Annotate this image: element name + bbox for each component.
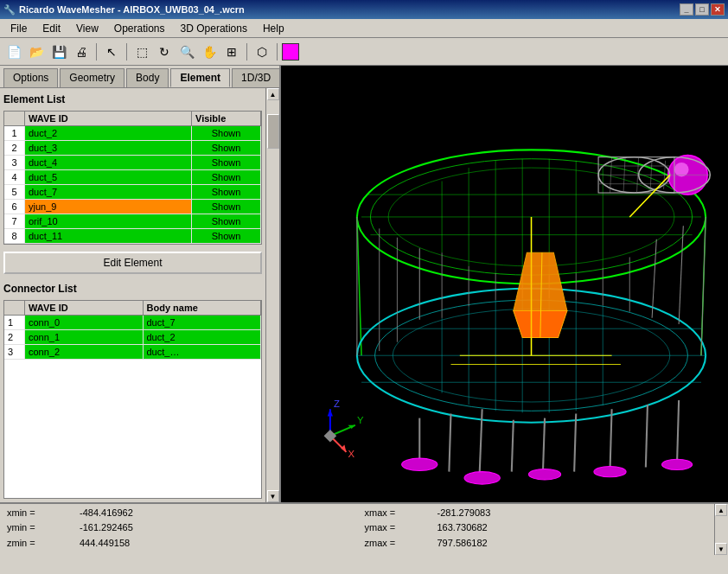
toolbar-rotate[interactable]: ↻ <box>154 41 175 62</box>
svg-point-59 <box>674 163 689 177</box>
status-zmin-value: 444.449158 <box>80 538 130 552</box>
scroll-thumb[interactable] <box>267 114 279 149</box>
connector-cell-body-2: duct_2 <box>144 330 262 344</box>
element-cell-num-3: 3 <box>4 156 25 169</box>
element-cell-visible-5: Shown <box>192 185 261 199</box>
close-button[interactable]: ✕ <box>711 3 725 16</box>
menu-bar: File Edit View Operations 3D Operations … <box>0 19 728 38</box>
connector-list: WAVE ID Body name 1 conn_0 duct_7 2 conn… <box>3 300 262 499</box>
scroll-up-arrow[interactable]: ▲ <box>267 88 279 100</box>
menu-help[interactable]: Help <box>256 21 291 36</box>
status-xmax-label: xmax = <box>365 507 434 521</box>
tab-1d3d[interactable]: 1D/3D <box>232 68 280 87</box>
minimize-button[interactable]: _ <box>680 3 693 16</box>
element-list-title: Element List <box>3 92 262 107</box>
connector-cell-num-1: 1 <box>4 316 25 329</box>
element-row-2[interactable]: 2 duct_3 Shown <box>4 141 261 156</box>
status-zmin-label: zmin = <box>7 538 76 552</box>
toolbar-print[interactable]: 🖨 <box>71 41 92 62</box>
connector-cell-body-1: duct_7 <box>144 316 262 329</box>
connector-cell-body-3: duct_… <box>144 345 262 359</box>
viewport[interactable]: Z Y X <box>281 66 728 502</box>
toolbar-sep-4 <box>277 43 278 61</box>
element-cell-visible-4: Shown <box>192 170 261 184</box>
connector-list-header: WAVE ID Body name <box>4 301 261 316</box>
element-cell-visible-2: Shown <box>192 141 261 155</box>
connector-header-wave-id: WAVE ID <box>25 301 144 315</box>
status-scroll-down[interactable]: ▼ <box>715 543 727 555</box>
element-header-num <box>4 112 25 125</box>
element-row-5[interactable]: 5 duct_7 Shown <box>4 185 261 200</box>
element-cell-num-2: 2 <box>4 141 25 155</box>
tab-element[interactable]: Element <box>170 68 230 87</box>
svg-text:X: X <box>348 449 355 459</box>
scroll-down-arrow[interactable]: ▼ <box>267 490 279 502</box>
statusbar-scrollbar[interactable]: ▲ ▼ <box>714 504 728 555</box>
element-cell-waveid-4: duct_5 <box>25 170 192 184</box>
element-cell-visible-7: Shown <box>192 214 261 228</box>
status-xmax-value: -281.279083 <box>437 507 491 521</box>
element-row-3[interactable]: 3 duct_4 Shown <box>4 156 261 170</box>
element-cell-num-6: 6 <box>4 200 25 214</box>
status-zmax: zmax = 797.586182 <box>365 538 722 552</box>
main-area: Options Geometry Body Element 1D/3D Elem… <box>0 66 728 503</box>
toolbar-open[interactable]: 📂 <box>26 41 47 62</box>
connector-row-1[interactable]: 1 conn_0 duct_7 <box>4 316 261 330</box>
menu-operations[interactable]: Operations <box>107 21 172 36</box>
element-cell-waveid-3: duct_4 <box>25 156 192 169</box>
maximize-button[interactable]: □ <box>695 3 709 16</box>
element-list: WAVE ID Visible 1 duct_2 Shown 2 duct_3 … <box>3 111 262 245</box>
element-row-8[interactable]: 8 duct_11 Shown <box>4 229 261 244</box>
status-xmin: xmin = -484.416962 <box>7 507 364 521</box>
connector-list-title: Connector List <box>3 281 262 297</box>
connector-row-2[interactable]: 2 conn_1 duct_2 <box>4 330 261 345</box>
toolbar-select[interactable]: ⬚ <box>131 41 152 62</box>
element-cell-waveid-7: orif_10 <box>25 214 192 228</box>
menu-view[interactable]: View <box>69 21 105 36</box>
element-cell-waveid-8: duct_11 <box>25 229 192 243</box>
status-ymax-label: ymax = <box>365 522 434 536</box>
toolbar-new[interactable]: 📄 <box>3 41 24 62</box>
status-xmax: xmax = -281.279083 <box>365 507 722 521</box>
svg-point-56 <box>594 466 626 476</box>
element-row-4[interactable]: 4 duct_5 Shown <box>4 170 261 185</box>
menu-file[interactable]: File <box>3 21 34 36</box>
element-cell-waveid-5: duct_7 <box>25 185 192 199</box>
status-scroll-up[interactable]: ▲ <box>715 504 727 516</box>
toolbar-sep-1 <box>96 43 97 61</box>
app-icon: 🔧 <box>3 4 16 16</box>
svg-point-57 <box>661 459 692 469</box>
element-row-6[interactable]: 6 yjun_9 Shown <box>4 200 261 214</box>
panel-scrollbar[interactable]: ▲ ▼ <box>265 88 279 502</box>
toolbar-pan[interactable]: ✋ <box>199 41 220 62</box>
tab-options[interactable]: Options <box>3 68 58 87</box>
toolbar-zoom[interactable]: 🔍 <box>176 41 197 62</box>
status-ymin-value: -161.292465 <box>80 522 133 536</box>
connector-row-3[interactable]: 3 conn_2 duct_… <box>4 345 261 360</box>
status-zmax-label: zmax = <box>365 538 434 552</box>
connector-cell-num-2: 2 <box>4 330 25 344</box>
element-row-1[interactable]: 1 duct_2 Shown <box>4 126 261 141</box>
edit-element-button[interactable]: Edit Element <box>3 252 262 274</box>
toolbar-fit[interactable]: ⊞ <box>221 41 242 62</box>
viewport-svg: Z Y X <box>281 66 728 502</box>
toolbar-color-swatch[interactable] <box>282 43 299 61</box>
status-zmin: zmin = 444.449158 <box>7 538 364 552</box>
menu-edit[interactable]: Edit <box>35 21 67 36</box>
element-row-7[interactable]: 7 orif_10 Shown <box>4 214 261 229</box>
tab-bar: Options Geometry Body Element 1D/3D <box>0 66 279 88</box>
svg-point-55 <box>528 469 560 480</box>
element-cell-waveid-1: duct_2 <box>25 126 192 140</box>
element-cell-num-8: 8 <box>4 229 25 243</box>
toolbar-cursor[interactable]: ↖ <box>101 41 122 62</box>
element-cell-visible-1: Shown <box>192 126 261 140</box>
tab-geometry[interactable]: Geometry <box>60 68 125 87</box>
toolbar-sep-2 <box>126 43 127 61</box>
element-cell-num-4: 4 <box>4 170 25 184</box>
toolbar-save[interactable]: 💾 <box>48 41 69 62</box>
tab-body[interactable]: Body <box>126 68 169 87</box>
menu-3d-operations[interactable]: 3D Operations <box>174 21 254 36</box>
toolbar-wireframe[interactable]: ⬡ <box>252 41 272 62</box>
status-ymin-label: ymin = <box>7 522 76 536</box>
toolbar: 📄 📂 💾 🖨 ↖ ⬚ ↻ 🔍 ✋ ⊞ ⬡ <box>0 38 728 66</box>
